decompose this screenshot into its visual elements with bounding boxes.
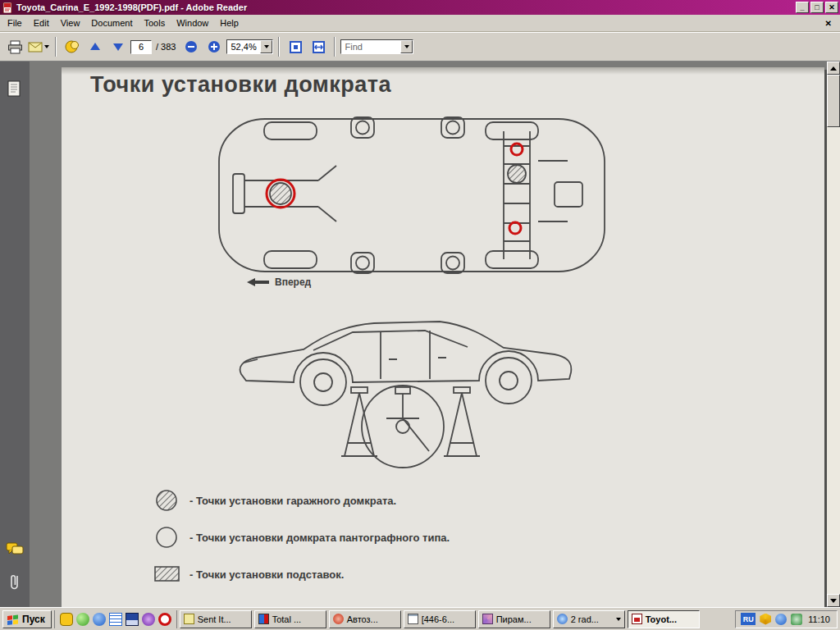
direction-indicator: Вперед bbox=[247, 276, 311, 288]
icq-icon[interactable] bbox=[76, 613, 89, 626]
vertical-scrollbar[interactable] bbox=[827, 62, 840, 607]
scroll-up-button[interactable] bbox=[827, 62, 840, 75]
menu-edit[interactable]: Edit bbox=[28, 16, 55, 30]
pages-panel-button[interactable] bbox=[5, 80, 25, 99]
maximize-button[interactable]: □ bbox=[810, 2, 824, 13]
legend-text: - Точки установки домкрата пантографного… bbox=[189, 532, 450, 544]
document-close-icon[interactable]: ✕ bbox=[819, 19, 838, 28]
titlebar[interactable]: Toyota_Carina_E_1992-1998(PDF).pdf - Ado… bbox=[0, 0, 840, 15]
zoom-level-combo[interactable]: 52,4% bbox=[226, 39, 273, 54]
zoom-dropdown-button[interactable] bbox=[260, 40, 272, 53]
email-dropdown-icon bbox=[44, 45, 49, 48]
task-446[interactable]: [446-6... bbox=[404, 610, 476, 628]
next-page-button[interactable] bbox=[107, 36, 129, 57]
legend: - Точки установки гаражного домкрата. - … bbox=[153, 489, 450, 586]
volume-icon[interactable] bbox=[791, 614, 802, 625]
email-icon bbox=[28, 42, 43, 52]
task-radio-group[interactable]: 2 rad... bbox=[553, 610, 625, 628]
task-label: [446-6... bbox=[422, 614, 454, 624]
task-total-commander[interactable]: Total ... bbox=[254, 610, 326, 628]
print-button[interactable] bbox=[4, 36, 25, 57]
front-wheel bbox=[300, 359, 346, 405]
save-icon[interactable] bbox=[126, 613, 139, 626]
task-label: Пирам... bbox=[496, 614, 532, 624]
legend-text: - Точки установки гаражного домкрата. bbox=[189, 495, 396, 507]
zoom-out-button[interactable] bbox=[180, 36, 202, 57]
start-label: Пуск bbox=[22, 614, 45, 625]
messenger-icon[interactable] bbox=[60, 613, 73, 626]
previous-page-button[interactable] bbox=[84, 36, 106, 57]
legend-item: - Точки установки домкрата пантографного… bbox=[153, 526, 450, 549]
garage-jack bbox=[362, 386, 444, 468]
task-label: 2 rad... bbox=[571, 614, 599, 624]
document-viewport[interactable]: Точки установки домкрата bbox=[30, 62, 827, 607]
antivirus-icon[interactable] bbox=[760, 614, 771, 625]
workarea: Точки установки домкрата bbox=[0, 62, 840, 607]
jack-stand-left bbox=[341, 387, 377, 456]
minimize-button[interactable]: _ bbox=[796, 2, 809, 13]
toolbar-separator bbox=[278, 37, 280, 57]
arrow-left-icon bbox=[247, 278, 270, 286]
direction-label: Вперед bbox=[275, 276, 311, 288]
attachments-panel-button[interactable] bbox=[5, 573, 25, 592]
start-button[interactable]: Пуск bbox=[2, 610, 52, 628]
fit-width-button[interactable] bbox=[308, 36, 329, 57]
chevron-down-icon bbox=[404, 45, 409, 48]
find-dropdown-button[interactable] bbox=[400, 40, 413, 53]
scrollbar-thumb[interactable] bbox=[827, 75, 840, 127]
scroll-down-button[interactable] bbox=[827, 594, 840, 607]
windows-logo-icon bbox=[7, 614, 19, 625]
task-sent-items[interactable]: Sent It... bbox=[180, 610, 252, 628]
rear-wheel bbox=[486, 358, 532, 404]
wheel-front-left bbox=[264, 122, 317, 139]
door-lines bbox=[381, 331, 430, 379]
legend-text: - Точки установки подставок. bbox=[189, 568, 344, 581]
network-icon[interactable] bbox=[775, 614, 787, 625]
menu-window[interactable]: Window bbox=[171, 16, 214, 30]
scrollbar-track[interactable] bbox=[827, 75, 840, 594]
front-crossmember bbox=[233, 166, 336, 221]
sill-jack-points bbox=[351, 117, 464, 273]
window-line bbox=[313, 331, 468, 350]
pantograph-jack-point-icon bbox=[153, 526, 181, 549]
find-combo[interactable]: Find bbox=[340, 39, 413, 54]
language-indicator[interactable]: RU bbox=[741, 613, 756, 625]
menu-document[interactable]: Document bbox=[85, 16, 138, 30]
zoom-level-value: 52,4% bbox=[227, 42, 260, 52]
adobe-reader-icon bbox=[632, 614, 642, 624]
task-piram[interactable]: Пирам... bbox=[478, 610, 550, 628]
task-buttons: Sent It... Total ... Автоз... [446-6... … bbox=[180, 610, 733, 628]
task-avtoz[interactable]: Автоз... bbox=[329, 610, 401, 628]
internet-explorer-icon[interactable] bbox=[93, 613, 106, 626]
zoom-in-button[interactable] bbox=[203, 36, 225, 57]
page-title: Точки установки домкрата bbox=[90, 72, 391, 98]
menu-view[interactable]: View bbox=[55, 16, 86, 30]
page-number-input[interactable] bbox=[130, 40, 152, 54]
actual-size-button[interactable] bbox=[285, 36, 306, 57]
radio-icon bbox=[557, 614, 568, 624]
pdf-app-icon bbox=[2, 2, 13, 13]
total-commander-icon bbox=[258, 614, 269, 624]
picture-tasks-button[interactable] bbox=[62, 36, 83, 57]
task-toyota-pdf[interactable]: Toyot... bbox=[628, 610, 700, 628]
spreadsheet-icon[interactable] bbox=[109, 613, 122, 626]
arrow-down-icon bbox=[112, 41, 124, 52]
system-tray: RU 11:10 bbox=[735, 610, 838, 628]
picture-tasks-icon bbox=[65, 39, 80, 54]
zoom-out-icon bbox=[185, 40, 198, 53]
email-button[interactable] bbox=[27, 36, 50, 57]
media-player-icon[interactable] bbox=[142, 613, 155, 626]
find-input-value: Find bbox=[341, 42, 400, 52]
mail-icon bbox=[184, 614, 194, 624]
pages-icon bbox=[7, 80, 23, 98]
menu-tools[interactable]: Tools bbox=[139, 16, 171, 30]
menu-file[interactable]: File bbox=[2, 16, 28, 30]
maximize-icon: □ bbox=[815, 3, 819, 12]
menu-help[interactable]: Help bbox=[214, 16, 244, 30]
opera-icon[interactable] bbox=[158, 613, 171, 626]
legend-item: - Точки установки подставок. bbox=[153, 563, 450, 586]
comments-panel-button[interactable] bbox=[5, 540, 25, 559]
pdf-page: Точки установки домкрата bbox=[62, 67, 824, 607]
close-icon: ✕ bbox=[829, 3, 835, 12]
close-button[interactable]: ✕ bbox=[825, 2, 838, 13]
